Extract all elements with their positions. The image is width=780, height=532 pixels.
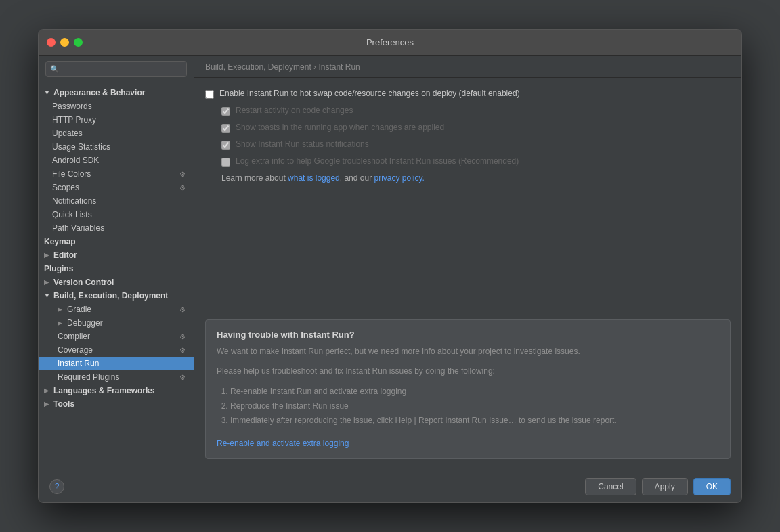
footer: ? Cancel Apply OK xyxy=(39,470,741,502)
settings-icon: ⚙ xyxy=(177,305,187,314)
sidebar-item-label: Passwords xyxy=(52,102,92,111)
settings-content: Enable Instant Run to hot swap code/reso… xyxy=(194,78,741,309)
learn-more-prefix: Learn more about xyxy=(221,173,288,183)
privacy-policy-link[interactable]: privacy policy. xyxy=(374,173,424,183)
sidebar-item-label: Debugger xyxy=(67,318,103,328)
sidebar-item-label: Build, Execution, Deployment xyxy=(53,291,168,301)
trouble-title: Having trouble with Instant Run? xyxy=(217,330,719,340)
sidebar-item-label: Version Control xyxy=(53,278,114,287)
sidebar-item-label: Compiler xyxy=(58,332,90,341)
sidebar-item-android-sdk[interactable]: Android SDK xyxy=(39,154,194,167)
log-extra-label: Log extra info to help Google troublesho… xyxy=(236,156,519,166)
sidebar-item-coverage[interactable]: Coverage ⚙ xyxy=(39,343,194,357)
trouble-step-3: Immediately after reproducing the issue,… xyxy=(230,414,719,428)
log-extra-checkbox[interactable] xyxy=(221,158,230,167)
show-notifications-checkbox[interactable] xyxy=(221,141,230,150)
arrow-icon: ▶ xyxy=(58,319,64,326)
arrow-icon: ▶ xyxy=(44,387,51,394)
sub-options: Restart activity on code changes Show to… xyxy=(221,106,731,167)
settings-icon: ⚙ xyxy=(177,372,187,382)
close-button[interactable] xyxy=(47,38,56,47)
sidebar-item-label: Quick Lists xyxy=(52,210,92,219)
arrow-icon: ▶ xyxy=(44,401,51,407)
sub-option-row-4: Log extra info to help Google troublesho… xyxy=(221,156,731,167)
sidebar-item-label: Path Variables xyxy=(52,223,104,233)
breadcrumb: Build, Execution, Deployment › Instant R… xyxy=(194,56,741,78)
sidebar-item-label: Tools xyxy=(53,399,74,409)
sidebar-item-http-proxy[interactable]: HTTP Proxy xyxy=(39,113,194,127)
ok-button[interactable]: OK xyxy=(693,478,731,495)
learn-more-middle: , and our xyxy=(340,173,374,183)
reenable-logging-link[interactable]: Re-enable and activate extra logging xyxy=(217,439,349,448)
sidebar-nav: ▼ Appearance & Behavior Passwords HTTP P… xyxy=(39,83,194,470)
maximize-button[interactable] xyxy=(74,38,83,47)
sidebar-item-label: Languages & Frameworks xyxy=(53,386,154,395)
sidebar-item-debugger[interactable]: ▶ Debugger xyxy=(39,316,194,330)
main-content: 🔍 ▼ Appearance & Behavior Passwords HTTP… xyxy=(39,56,741,470)
main-option-row: Enable Instant Run to hot swap code/reso… xyxy=(205,89,731,99)
sidebar-item-label: Android SDK xyxy=(52,156,99,165)
apply-button[interactable]: Apply xyxy=(642,478,688,495)
sidebar-item-version-control[interactable]: ▶ Version Control xyxy=(39,275,194,289)
help-button[interactable]: ? xyxy=(49,479,64,494)
search-box: 🔍 xyxy=(39,56,194,83)
settings-icon: ⚙ xyxy=(177,183,187,192)
sidebar-item-gradle[interactable]: ▶ Gradle ⚙ xyxy=(39,303,194,316)
sidebar-item-compiler[interactable]: Compiler ⚙ xyxy=(39,330,194,343)
sidebar-item-editor[interactable]: ▶ Editor xyxy=(39,248,194,262)
sidebar-item-usage-statistics[interactable]: Usage Statistics xyxy=(39,140,194,154)
sidebar-item-updates[interactable]: Updates xyxy=(39,127,194,140)
sidebar-item-plugins[interactable]: Plugins xyxy=(39,262,194,275)
show-notifications-label: Show Instant Run status notifications xyxy=(236,139,369,149)
sidebar-item-label: Appearance & Behavior xyxy=(53,88,145,97)
window-title: Preferences xyxy=(366,37,414,47)
sidebar: 🔍 ▼ Appearance & Behavior Passwords HTTP… xyxy=(39,56,194,470)
sidebar-item-appearance[interactable]: ▼ Appearance & Behavior xyxy=(39,86,194,99)
show-toasts-label: Show toasts in the running app when chan… xyxy=(236,123,444,132)
main-checkbox[interactable] xyxy=(205,90,214,99)
sidebar-item-passwords[interactable]: Passwords xyxy=(39,99,194,113)
arrow-icon: ▶ xyxy=(44,279,51,286)
titlebar: Preferences xyxy=(39,30,741,56)
sidebar-item-tools[interactable]: ▶ Tools xyxy=(39,397,194,411)
sidebar-item-keymap[interactable]: Keymap xyxy=(39,235,194,248)
restart-activity-checkbox[interactable] xyxy=(221,107,230,116)
sidebar-item-label: Plugins xyxy=(44,264,73,273)
show-toasts-checkbox[interactable] xyxy=(221,124,230,133)
sidebar-item-required-plugins[interactable]: Required Plugins ⚙ xyxy=(39,370,194,384)
trouble-desc-2: Please help us troubleshoot and fix Inst… xyxy=(217,365,719,378)
sidebar-item-label: Notifications xyxy=(52,196,96,206)
trouble-steps: Re-enable Instant Run and activate extra… xyxy=(230,384,719,428)
settings-icon: ⚙ xyxy=(177,345,187,355)
sidebar-item-instant-run[interactable]: Instant Run xyxy=(39,357,194,370)
sub-option-row-3: Show Instant Run status notifications xyxy=(221,139,731,150)
sidebar-item-quick-lists[interactable]: Quick Lists xyxy=(39,208,194,221)
sidebar-item-label: Coverage xyxy=(58,345,93,355)
sub-option-row-2: Show toasts in the running app when chan… xyxy=(221,123,731,133)
restart-activity-label: Restart activity on code changes xyxy=(236,106,353,115)
sidebar-item-languages-frameworks[interactable]: ▶ Languages & Frameworks xyxy=(39,384,194,397)
cancel-button[interactable]: Cancel xyxy=(585,478,636,495)
sidebar-item-label: Updates xyxy=(52,129,83,138)
sidebar-item-label: Scopes xyxy=(52,183,79,192)
minimize-button[interactable] xyxy=(60,38,69,47)
sidebar-item-build-execution[interactable]: ▼ Build, Execution, Deployment xyxy=(39,289,194,303)
sidebar-item-file-colors[interactable]: File Colors ⚙ xyxy=(39,167,194,181)
sidebar-item-notifications[interactable]: Notifications xyxy=(39,194,194,208)
search-icon: 🔍 xyxy=(50,65,60,74)
window-controls xyxy=(47,38,83,47)
settings-icon: ⚙ xyxy=(177,169,187,179)
what-is-logged-link[interactable]: what is logged xyxy=(288,173,340,183)
trouble-step-2: Reproduce the Instant Run issue xyxy=(230,399,719,414)
arrow-icon: ▼ xyxy=(44,292,51,299)
sub-option-row-1: Restart activity on code changes xyxy=(221,106,731,116)
sidebar-item-scopes[interactable]: Scopes ⚙ xyxy=(39,181,194,194)
sidebar-item-path-variables[interactable]: Path Variables xyxy=(39,221,194,235)
sidebar-item-label: Keymap xyxy=(44,237,76,246)
sidebar-item-label: Editor xyxy=(53,250,77,260)
sidebar-item-label: Instant Run xyxy=(58,359,99,368)
search-input[interactable] xyxy=(45,61,187,77)
main-panel: Build, Execution, Deployment › Instant R… xyxy=(194,56,741,470)
search-wrapper: 🔍 xyxy=(45,61,187,77)
sidebar-item-label: Gradle xyxy=(67,305,91,314)
